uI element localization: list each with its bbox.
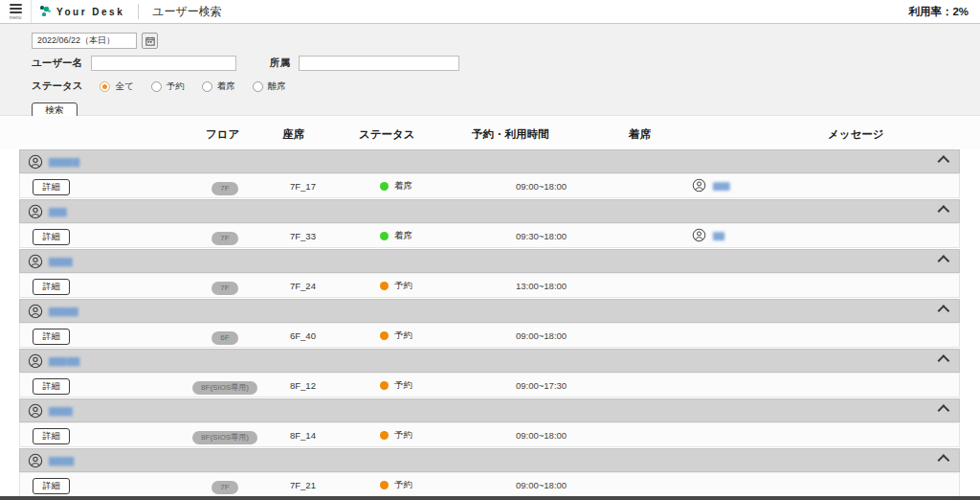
seat-label: 8F_14 [267, 430, 367, 441]
seat-label: 7F_24 [267, 281, 367, 291]
status-radio-reserved[interactable]: 予約 [151, 80, 185, 93]
floor-badge: 7F [212, 182, 237, 195]
user-group-header[interactable]: ▇▇▇▇ [19, 249, 960, 273]
person-icon [28, 353, 43, 369]
seated-cell [636, 328, 780, 343]
menu-button-label: menu [10, 14, 22, 20]
detail-button[interactable]: 詳細 [33, 279, 70, 295]
seated-user-link[interactable]: ▇▇ [713, 231, 724, 240]
detail-button[interactable]: 詳細 [33, 428, 70, 444]
chevron-up-icon[interactable] [938, 255, 950, 267]
user-group: ▇▇▇ 詳細 7F 7F_33 着席 09:30~18:00 ▇▇ [19, 199, 960, 248]
user-group-header[interactable]: ▇▇▇▇ ▇ [19, 149, 960, 173]
column-header-time: 予約・利用時間 [472, 127, 549, 142]
person-icon [28, 254, 43, 269]
user-detail-row: 詳細 8F(SIOS専用) 8F_12 予約 09:00~17:30 [19, 373, 960, 398]
chevron-up-icon[interactable] [938, 454, 950, 466]
detail-button[interactable]: 詳細 [33, 179, 70, 195]
user-name-link[interactable]: ▇▇ ▇▇ [49, 456, 73, 466]
affiliation-input[interactable] [299, 56, 459, 71]
user-name-link[interactable]: ▇▇▇ [49, 207, 66, 216]
user-group-header[interactable]: ▇▇▇▇ [19, 398, 960, 422]
seated-cell [636, 427, 780, 443]
time-label: 09:00~18:00 [479, 330, 636, 341]
brand-name: Your Desk [56, 7, 124, 17]
user-name-link[interactable]: ▇▇▇▇▇ [49, 307, 78, 316]
status-label: 着席 [394, 180, 412, 193]
brand-logo[interactable]: Your Desk [39, 6, 124, 18]
status-label: 予約 [394, 330, 412, 342]
status-radio-away[interactable]: 離席 [253, 80, 286, 93]
date-input[interactable] [32, 33, 137, 49]
user-groups: ▇▇▇▇ ▇ 詳細 7F 7F_17 着席 09:00~18:00 ▇▇▇ [0, 149, 980, 497]
user-group-header[interactable]: ▇▇▇ [19, 199, 960, 223]
status-dot-icon [380, 182, 389, 191]
status-label: 予約 [394, 280, 412, 292]
person-icon [692, 228, 707, 243]
user-name-link[interactable]: ▇▇▇ ▇▇ [49, 356, 78, 366]
seated-cell [636, 278, 780, 293]
seat-label: 7F_33 [267, 231, 367, 241]
seated-user-link[interactable]: ▇▇▇ [713, 181, 729, 191]
status-dot-icon [380, 331, 389, 340]
status-cell: 予約 [367, 479, 479, 491]
status-cell: 予約 [367, 280, 479, 292]
user-group: ▇▇▇▇▇ 詳細 6F 6F_40 予約 09:00~18:00 [19, 299, 960, 348]
time-label: 09:00~17:30 [479, 380, 636, 391]
user-name-link[interactable]: ▇▇▇▇ [49, 257, 72, 266]
search-panel: ユーザー名 所属 ステータス 全て 予約 着席 離席 検索 [0, 24, 980, 116]
bottom-scrollbar[interactable] [0, 496, 980, 500]
usage-rate-label: 利用率：2% [908, 5, 980, 19]
user-group: ▇▇ ▇▇ 詳細 7F 7F_21 予約 09:00~18:00 [19, 448, 960, 497]
chevron-up-icon[interactable] [938, 404, 950, 417]
user-name-input[interactable] [91, 56, 236, 71]
status-dot-icon [380, 481, 389, 489]
seat-label: 7F_17 [267, 181, 367, 192]
status-filter-label: ステータス [32, 80, 82, 93]
user-detail-row: 詳細 7F 7F_21 予約 09:00~18:00 [19, 472, 960, 497]
status-radio-seated[interactable]: 着席 [202, 80, 235, 93]
status-cell: 予約 [367, 379, 479, 392]
status-cell: 着席 [367, 230, 479, 242]
floor-badge: 7F [212, 232, 237, 245]
user-name-link[interactable]: ▇▇▇▇ ▇ [49, 157, 78, 167]
status-radio-all[interactable]: 全て [100, 80, 133, 93]
user-group-header[interactable]: ▇▇▇▇▇ [19, 299, 960, 323]
person-icon [28, 154, 43, 170]
radio-icon [202, 81, 212, 92]
status-cell: 予約 [367, 429, 479, 442]
user-group-header[interactable]: ▇▇ ▇▇ [19, 448, 960, 472]
user-group-header[interactable]: ▇▇▇ ▇▇ [19, 349, 960, 373]
status-label: 着席 [394, 230, 412, 242]
detail-button[interactable]: 詳細 [33, 329, 70, 345]
seated-cell [636, 477, 780, 492]
chevron-up-icon[interactable] [938, 354, 950, 367]
seat-label: 8F_12 [267, 380, 367, 391]
seat-label: 6F_40 [267, 330, 367, 341]
brand-logo-icon [39, 6, 52, 18]
menu-button[interactable]: menu [0, 0, 32, 23]
time-label: 09:30~18:00 [479, 231, 636, 241]
time-label: 09:00~18:00 [479, 181, 636, 192]
floor-badge: 7F [212, 282, 237, 295]
person-icon [28, 403, 43, 419]
detail-button[interactable]: 詳細 [33, 478, 70, 494]
user-name-link[interactable]: ▇▇▇▇ [49, 406, 72, 416]
calendar-button[interactable] [142, 33, 158, 49]
calendar-icon [145, 36, 155, 46]
person-icon [28, 453, 43, 468]
user-detail-row: 詳細 8F(SIOS専用) 8F_14 予約 09:00~18:00 [19, 422, 960, 447]
chevron-up-icon[interactable] [938, 155, 950, 168]
user-group: ▇▇▇▇ ▇ 詳細 7F 7F_17 着席 09:00~18:00 ▇▇▇ [19, 149, 960, 198]
detail-button[interactable]: 詳細 [33, 378, 70, 395]
time-label: 09:00~18:00 [479, 480, 636, 490]
person-icon [28, 204, 43, 219]
seated-cell: ▇▇▇ [636, 178, 780, 193]
status-dot-icon [380, 431, 389, 440]
chevron-up-icon[interactable] [938, 305, 950, 317]
status-dot-icon [380, 282, 389, 290]
status-dot-icon [380, 381, 389, 390]
detail-button[interactable]: 詳細 [33, 229, 70, 245]
user-name-label: ユーザー名 [32, 57, 82, 70]
chevron-up-icon[interactable] [938, 205, 950, 217]
